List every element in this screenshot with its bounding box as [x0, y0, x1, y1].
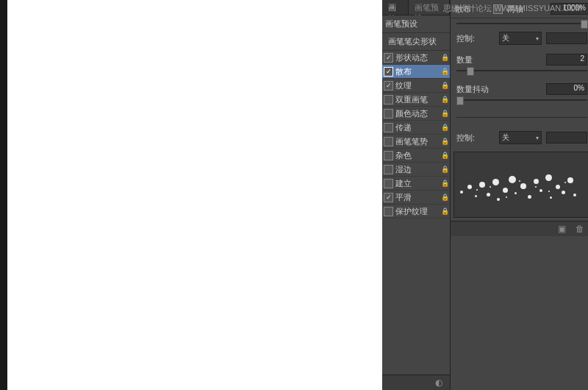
control1-field[interactable]	[546, 32, 587, 44]
option-checkbox[interactable]	[384, 81, 393, 91]
lock-icon: 🔒	[441, 152, 448, 159]
scatter-value[interactable]: 1000%	[551, 3, 588, 15]
jitter-slider[interactable]	[456, 96, 587, 104]
tab-brush[interactable]: 画笔	[382, 0, 409, 15]
option-checkbox[interactable]	[384, 193, 393, 202]
count-slider[interactable]	[456, 67, 587, 74]
lock-icon: 🔒	[441, 82, 448, 89]
option-1[interactable]: 散布🔒	[382, 65, 450, 79]
count-field[interactable]: 2	[546, 54, 587, 65]
lock-icon: 🔒	[441, 138, 448, 145]
brush-preview	[453, 152, 588, 218]
lock-icon: 🔒	[441, 96, 448, 103]
control2-label: 控制:	[456, 132, 495, 143]
option-0[interactable]: 形状动态🔒	[382, 51, 450, 65]
new-preset-icon[interactable]: ▣	[558, 224, 568, 234]
option-label: 平滑	[395, 192, 441, 203]
canvas[interactable]	[7, 0, 382, 390]
control2-field[interactable]	[546, 132, 587, 143]
scatter-label: 散布	[455, 4, 471, 15]
tab-brush-presets[interactable]: 画笔预设	[409, 0, 450, 15]
option-checkbox[interactable]	[384, 123, 393, 132]
count-label: 数量	[456, 54, 495, 65]
option-checkbox[interactable]	[384, 151, 393, 160]
lock-icon: 🔒	[441, 124, 448, 131]
jitter-label: 数量抖动	[456, 84, 495, 95]
canvas-area	[0, 0, 382, 390]
scatter-settings: 散布 两轴 1000% 控制: 关 数量 2	[451, 0, 588, 390]
option-checkbox[interactable]	[384, 165, 393, 174]
lock-icon: 🔒	[441, 54, 448, 61]
option-label: 双重画笔	[395, 94, 441, 105]
option-label: 纹理	[395, 80, 441, 91]
option-label: 湿边	[395, 164, 441, 175]
control2-select[interactable]: 关	[499, 131, 542, 144]
option-5[interactable]: 传递🔒	[382, 121, 450, 135]
both-axes-checkbox[interactable]	[493, 4, 503, 14]
option-6[interactable]: 画笔笔势🔒	[382, 135, 450, 149]
jitter-field[interactable]: 0%	[546, 83, 587, 95]
option-label: 散布	[395, 66, 441, 77]
option-label: 杂色	[395, 150, 441, 161]
option-10[interactable]: 平滑🔒	[382, 191, 450, 205]
option-11[interactable]: 保护纹理🔒	[382, 205, 450, 219]
option-checkbox[interactable]	[384, 53, 393, 63]
option-label: 画笔笔势	[395, 136, 441, 147]
option-checkbox[interactable]	[384, 95, 393, 104]
option-checkbox[interactable]	[384, 207, 393, 216]
brush-presets-link[interactable]: 画笔预设	[382, 15, 450, 33]
both-axes-label: 两轴	[507, 4, 523, 15]
scatter-slider[interactable]	[456, 20, 587, 27]
option-3[interactable]: 双重画笔🔒	[382, 93, 450, 107]
lock-icon: 🔒	[441, 110, 448, 117]
option-checkbox[interactable]	[384, 137, 393, 146]
control1-select[interactable]: 关	[499, 32, 542, 45]
option-4[interactable]: 颜色动态🔒	[382, 107, 450, 121]
option-label: 传递	[395, 122, 441, 133]
brush-tip-shape-link[interactable]: 画笔笔尖形状	[382, 33, 450, 51]
option-checkbox[interactable]	[384, 109, 393, 118]
trash-icon[interactable]: 🗑	[576, 224, 586, 234]
option-checkbox[interactable]	[384, 179, 393, 188]
lock-icon: 🔒	[441, 180, 448, 187]
control1-label: 控制:	[456, 33, 495, 44]
lock-icon: 🔒	[441, 166, 448, 173]
option-checkbox[interactable]	[384, 67, 393, 77]
option-9[interactable]: 建立🔒	[382, 177, 450, 191]
option-8[interactable]: 湿边🔒	[382, 163, 450, 177]
option-label: 建立	[395, 178, 441, 189]
option-2[interactable]: 纹理🔒	[382, 79, 450, 93]
lock-icon: 🔒	[441, 208, 448, 215]
option-label: 保护纹理	[395, 206, 441, 217]
lock-icon: 🔒	[441, 68, 448, 75]
lock-icon: 🔒	[441, 194, 448, 201]
brush-settings-list: 画笔 画笔预设 画笔预设 画笔笔尖形状 形状动态🔒散布🔒纹理🔒双重画笔🔒颜色动态…	[382, 0, 451, 390]
option-7[interactable]: 杂色🔒	[382, 149, 450, 163]
toggle-icon[interactable]: ◐	[435, 377, 445, 388]
option-label: 颜色动态	[395, 108, 441, 119]
option-label: 形状动态	[395, 52, 441, 63]
